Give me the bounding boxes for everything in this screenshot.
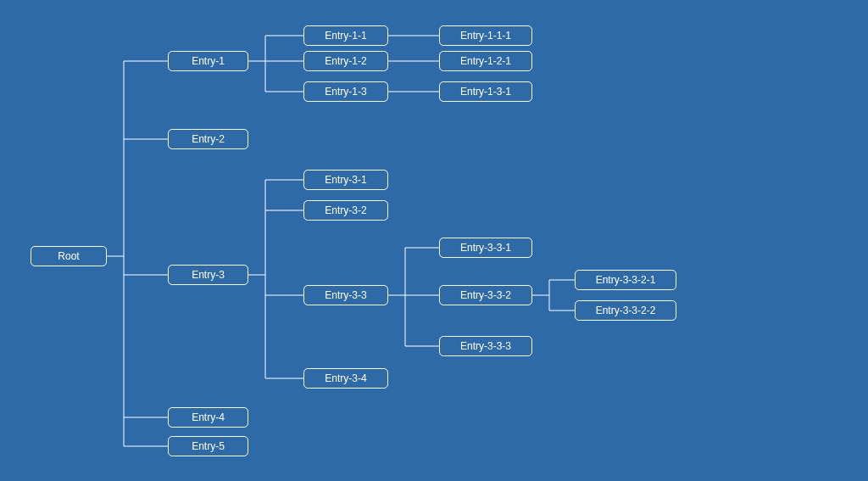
node-entry-3-3[interactable]: Entry-3-3 [303,285,388,305]
node-entry-3-3-2[interactable]: Entry-3-3-2 [439,285,532,305]
node-entry-1-1-1[interactable]: Entry-1-1-1 [439,25,532,46]
node-entry-1-3-1[interactable]: Entry-1-3-1 [439,81,532,102]
node-entry-3-3-3[interactable]: Entry-3-3-3 [439,336,532,356]
connector-lines [0,0,868,481]
node-entry-3-2[interactable]: Entry-3-2 [303,200,388,221]
node-root[interactable]: Root [31,246,107,266]
node-entry-3-1[interactable]: Entry-3-1 [303,170,388,190]
node-entry-3-4[interactable]: Entry-3-4 [303,368,388,389]
node-entry-3-3-1[interactable]: Entry-3-3-1 [439,238,532,258]
node-entry-3-3-2-1[interactable]: Entry-3-3-2-1 [575,270,676,290]
node-entry-1-3[interactable]: Entry-1-3 [303,81,388,102]
node-entry-1-2[interactable]: Entry-1-2 [303,51,388,71]
node-entry-1[interactable]: Entry-1 [168,51,248,71]
node-entry-3[interactable]: Entry-3 [168,265,248,285]
node-entry-1-1[interactable]: Entry-1-1 [303,25,388,46]
node-entry-2[interactable]: Entry-2 [168,129,248,149]
node-entry-5[interactable]: Entry-5 [168,436,248,456]
node-entry-3-3-2-2[interactable]: Entry-3-3-2-2 [575,300,676,321]
node-entry-4[interactable]: Entry-4 [168,407,248,428]
node-entry-1-2-1[interactable]: Entry-1-2-1 [439,51,532,71]
tree-diagram: RootEntry-1Entry-1-1Entry-1-1-1Entry-1-2… [0,0,868,481]
